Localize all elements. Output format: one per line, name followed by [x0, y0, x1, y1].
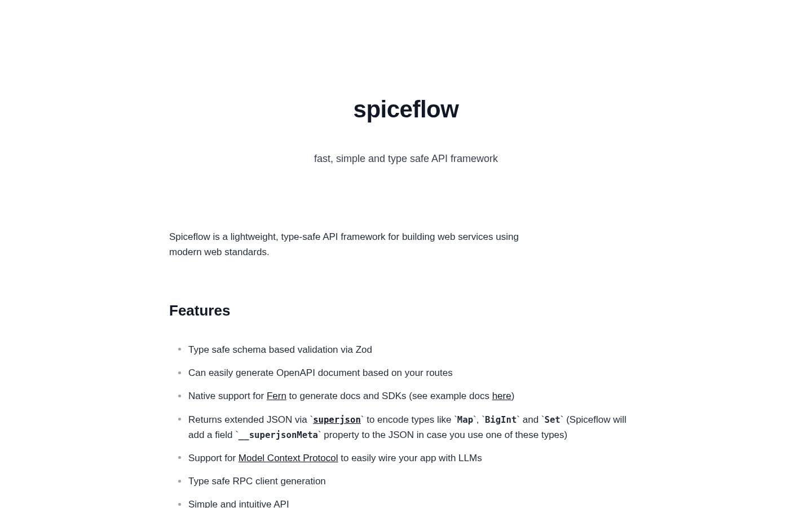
- intro-paragraph: Spiceflow is a lightweight, type-safe AP…: [169, 229, 553, 260]
- tagline: fast, simple and type safe API framework: [169, 151, 643, 167]
- features-list: Type safe schema based validation via Zo…: [169, 342, 643, 508]
- list-item: Returns extended JSON via `superjson` to…: [178, 412, 643, 443]
- text: property to the JSON in case you use one…: [321, 430, 568, 440]
- text: Returns extended JSON via: [188, 414, 310, 425]
- code-meta: __superjsonMeta: [239, 430, 318, 440]
- text: and: [520, 414, 541, 425]
- list-item: Simple and intuitive API: [178, 497, 643, 508]
- code-map: Map: [457, 414, 473, 425]
- list-item: Type safe RPC client generation: [178, 474, 643, 489]
- link-here[interactable]: here: [492, 391, 511, 401]
- link-mcp[interactable]: Model Context Protocol: [239, 453, 338, 463]
- code-set: Set: [545, 414, 561, 425]
- text: Native support for: [188, 391, 267, 401]
- code-bigint: BigInt: [485, 414, 517, 425]
- code-superjson: superjson: [313, 414, 361, 425]
- list-item: Can easily generate OpenAPI document bas…: [178, 365, 643, 380]
- link-fern[interactable]: Fern: [267, 391, 286, 401]
- list-item: Native support for Fern to generate docs…: [178, 388, 643, 404]
- text: to generate docs and SDKs (see example d…: [286, 391, 492, 401]
- page-title: spiceflow: [169, 90, 643, 128]
- text: ): [511, 391, 515, 401]
- text: to encode types like: [364, 414, 454, 425]
- list-item: Type safe schema based validation via Zo…: [178, 342, 643, 357]
- link-superjson[interactable]: superjson: [313, 414, 361, 425]
- features-heading: Features: [169, 299, 643, 323]
- text: Support for: [188, 453, 239, 463]
- text: to easily wire your app with LLMs: [338, 453, 482, 463]
- list-item: Support for Model Context Protocol to ea…: [178, 450, 643, 466]
- text: ,: [476, 414, 482, 425]
